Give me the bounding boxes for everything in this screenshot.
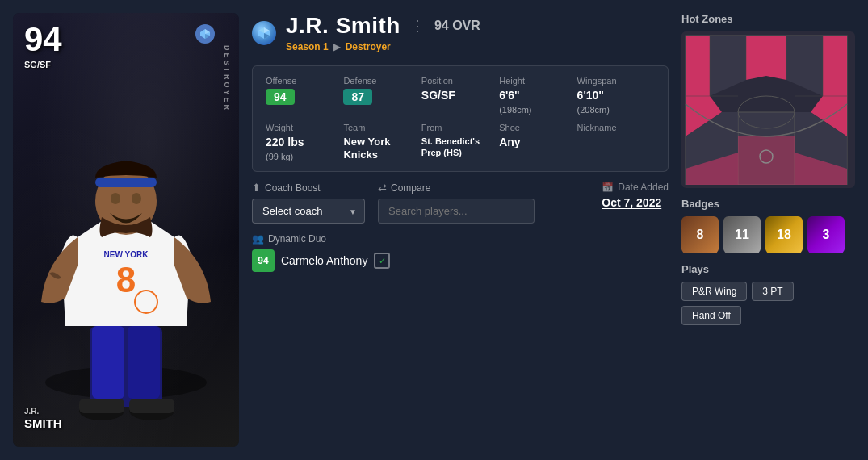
defense-label: Defense xyxy=(343,76,376,86)
player-svg: 8 NEW YORK xyxy=(21,140,231,447)
coach-boost-label: ⬆ Coach Boost xyxy=(252,182,365,194)
svg-point-12 xyxy=(132,193,141,204)
offense-stat: Offense 94 xyxy=(266,76,343,115)
coach-compare-row: ⬆ Coach Boost Select coach ▼ ⇄ Compare 📅 xyxy=(252,182,669,224)
duo-player-name: Carmelo Anthony xyxy=(281,254,367,267)
duo-player: 94 Carmelo Anthony ✓ xyxy=(252,249,669,272)
calendar-icon: 📅 xyxy=(602,182,614,193)
badge-purple-value: 3 xyxy=(823,228,830,242)
badge-silver-value: 11 xyxy=(735,228,749,242)
from-stat: From St. Benedict's Prep (HS) xyxy=(421,123,499,161)
svg-rect-17 xyxy=(79,399,124,413)
offense-value: 94 xyxy=(266,89,295,105)
compare-icon: ⇄ xyxy=(378,182,387,194)
badges-row: 8 11 18 3 xyxy=(681,216,855,253)
weight-stat: Weight 220 lbs (99 kg) xyxy=(266,123,343,161)
defense-value: 87 xyxy=(343,89,372,105)
svg-rect-28 xyxy=(738,136,795,185)
shoe-value: Any xyxy=(499,136,520,148)
compare-section: ⇄ Compare xyxy=(378,182,535,224)
player-image-area: 8 NEW YORK xyxy=(13,13,239,447)
date-added-label: 📅 Date Added xyxy=(602,182,669,193)
dynamic-duo-label: 👥 Dynamic Duo xyxy=(252,233,669,245)
breadcrumb: Season 1 ▶ Destroyer xyxy=(286,41,480,52)
svg-rect-6 xyxy=(128,326,160,399)
badge-gold: 18 xyxy=(765,216,803,253)
breadcrumb-tier: Destroyer xyxy=(346,41,391,52)
card-rating: 94 xyxy=(24,23,62,56)
plays-title: Plays xyxy=(681,263,855,275)
dynamic-duo-section: 👥 Dynamic Duo 94 Carmelo Anthony ✓ xyxy=(252,233,669,272)
team-label: Team xyxy=(343,123,365,132)
plays-section: Plays P&R Wing 3 PT Hand Off xyxy=(681,263,855,325)
from-label: From xyxy=(421,123,442,132)
card-first-name: J.R. xyxy=(24,407,62,416)
date-added-section: 📅 Date Added Oct 7, 2022 xyxy=(602,182,669,209)
badge-gold-value: 18 xyxy=(777,228,791,242)
player-name: J.R. Smith xyxy=(286,13,400,39)
card-last-name: SMITH xyxy=(24,416,62,431)
duo-rating-badge: 94 xyxy=(252,249,275,272)
breadcrumb-arrow: ▶ xyxy=(333,41,341,52)
weight-label: Weight xyxy=(266,123,293,132)
wingspan-value: 6'10" xyxy=(577,89,604,102)
weight-value: 220 lbs xyxy=(266,136,304,148)
duo-icon: 👥 xyxy=(252,233,264,245)
coach-select-wrapper[interactable]: Select coach ▼ xyxy=(252,199,365,224)
weight-sub: (99 kg) xyxy=(266,152,293,161)
height-label: Height xyxy=(499,76,525,86)
wingspan-label: Wingspan xyxy=(577,76,617,86)
play-tag-pr-wing: P&R Wing xyxy=(681,282,747,301)
player-ovr: 94 OVR xyxy=(434,19,480,33)
hot-zones-court xyxy=(681,31,855,188)
wingspan-stat: Wingspan 6'10" (208cm) xyxy=(577,76,655,115)
right-panel: Hot Zones xyxy=(681,13,855,447)
hot-zones-section: Hot Zones xyxy=(681,13,855,188)
duo-check-icon[interactable]: ✓ xyxy=(374,253,390,269)
main-container: 94 SG/SF Destroyer xyxy=(0,0,868,460)
team-stat: Team New York Knicks xyxy=(343,123,421,161)
card-position: SG/SF xyxy=(24,60,51,69)
play-tag-hand-off: Hand Off xyxy=(681,306,741,325)
card-name-bottom: J.R. SMITH xyxy=(24,407,62,431)
position-value: SG/SF xyxy=(421,89,455,102)
nickname-stat: Nickname xyxy=(577,123,655,161)
play-tag-3pt: 3 PT xyxy=(752,282,793,301)
gem-icon xyxy=(252,21,276,45)
badges-title: Badges xyxy=(681,198,855,210)
shoe-stat: Shoe Any xyxy=(499,123,577,161)
compare-label: ⇄ Compare xyxy=(378,182,535,194)
player-card: 94 SG/SF Destroyer xyxy=(13,13,239,447)
position-label: Position xyxy=(421,76,453,86)
team-value: New York Knicks xyxy=(343,136,421,161)
position-stat: Position SG/SF xyxy=(421,76,499,115)
svg-text:8: 8 xyxy=(116,260,136,299)
badges-section: Badges 8 11 18 3 xyxy=(681,198,855,253)
svg-rect-13 xyxy=(95,178,157,187)
nickname-label: Nickname xyxy=(577,123,617,132)
badge-silver: 11 xyxy=(723,216,761,253)
coach-select[interactable]: Select coach xyxy=(252,199,365,224)
hot-zones-title: Hot Zones xyxy=(681,13,855,25)
badge-purple: 3 xyxy=(807,216,845,253)
svg-rect-18 xyxy=(129,399,174,413)
card-vertical-text: Destroyer xyxy=(223,45,231,112)
date-added-value: Oct 7, 2022 xyxy=(602,196,669,209)
plays-tags: P&R Wing 3 PT Hand Off xyxy=(681,282,855,325)
card-gem-icon xyxy=(195,24,215,44)
wingspan-sub: (208cm) xyxy=(577,105,610,115)
coach-boost-section: ⬆ Coach Boost Select coach ▼ xyxy=(252,182,365,224)
compare-input[interactable] xyxy=(378,199,535,224)
height-sub: (198cm) xyxy=(499,105,531,115)
coach-icon: ⬆ xyxy=(252,182,261,194)
svg-point-11 xyxy=(111,193,120,204)
svg-text:NEW YORK: NEW YORK xyxy=(104,250,149,259)
player-header: J.R. Smith ⋮ 94 OVR Season 1 ▶ Destroyer xyxy=(252,13,669,56)
offense-label: Offense xyxy=(266,76,296,86)
badge-bronze-value: 8 xyxy=(697,228,704,242)
defense-stat: Defense 87 xyxy=(343,76,421,115)
breadcrumb-season: Season 1 xyxy=(286,41,329,52)
height-value: 6'6" xyxy=(499,89,520,102)
height-stat: Height 6'6" (198cm) xyxy=(499,76,577,115)
shoe-label: Shoe xyxy=(499,123,520,132)
